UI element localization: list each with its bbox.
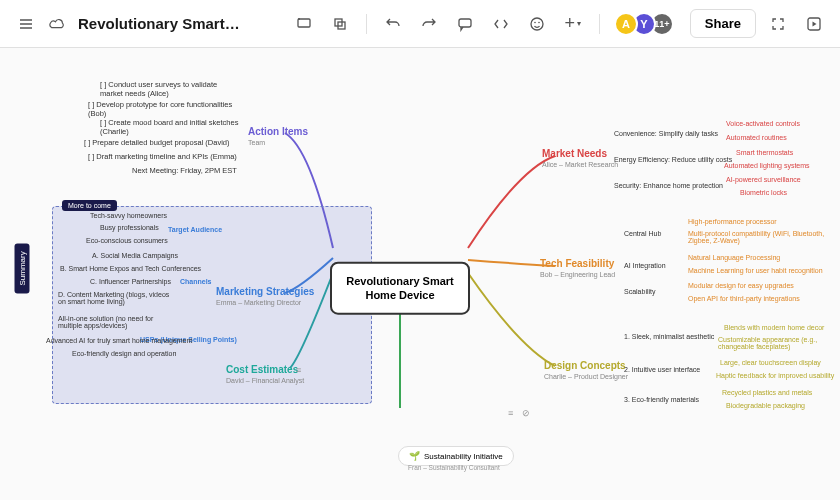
- link-icon[interactable]: ⊘: [522, 408, 530, 418]
- design-key[interactable]: 3. Eco-friendly materials: [624, 396, 699, 403]
- list-item[interactable]: Biodegradable packaging: [726, 402, 805, 409]
- sustainability-label: Sustainability Initiative: [424, 452, 503, 461]
- toolbar-divider: [599, 14, 600, 34]
- comment-icon[interactable]: [451, 10, 479, 38]
- undo-icon[interactable]: [379, 10, 407, 38]
- list-item[interactable]: Machine Learning for user habit recognit…: [688, 267, 823, 274]
- branch-cost[interactable]: Cost Estimates: [226, 364, 298, 375]
- list-item[interactable]: All-in-one solution (no need for multipl…: [58, 315, 162, 329]
- app-toolbar: Revolutionary Smart… + A Y 11+ Share: [0, 0, 840, 48]
- fullscreen-icon[interactable]: [764, 10, 792, 38]
- emoji-icon[interactable]: [523, 10, 551, 38]
- branch-tech[interactable]: Tech Feasibility: [540, 258, 614, 269]
- menu-icon[interactable]: [12, 10, 40, 38]
- marketing-target-label[interactable]: Target Audience: [168, 226, 222, 233]
- list-item[interactable]: Blends with modern home decor: [724, 324, 824, 331]
- code-icon[interactable]: [487, 10, 515, 38]
- list-item[interactable]: D. Content Marketing (blogs, videos on s…: [58, 291, 176, 305]
- list-item[interactable]: Large, clear touchscreen display: [720, 359, 821, 366]
- svg-rect-0: [298, 19, 310, 27]
- avatar-stack[interactable]: A Y 11+: [620, 12, 674, 36]
- avatar-a: A: [614, 12, 638, 36]
- branch-cost-owner: David – Financial Analyst: [226, 377, 304, 384]
- branch-tech-owner: Bob – Engineering Lead: [540, 271, 615, 278]
- list-item[interactable]: Tech-savvy homeowners: [90, 212, 167, 219]
- design-key[interactable]: 1. Sleek, minimalist aesthetic: [624, 333, 714, 340]
- list-item[interactable]: Eco-friendly design and operation: [72, 350, 176, 357]
- market-need-key[interactable]: Convenience: Simplify daily tasks: [614, 130, 718, 137]
- branch-design[interactable]: Design Concepts: [544, 360, 626, 371]
- market-need-key[interactable]: Energy Efficiency: Reduce utility costs: [614, 156, 732, 163]
- summary-tag[interactable]: Summary: [15, 243, 30, 293]
- branch-design-owner: Charlie – Product Designer: [544, 373, 628, 380]
- action-item[interactable]: [ ] Draft marketing timeline and KPIs (E…: [88, 152, 237, 161]
- list-item[interactable]: Smart thermostats: [736, 149, 793, 156]
- cloud-sync-icon: [48, 17, 66, 31]
- more-to-come-tag[interactable]: More to come: [62, 200, 117, 211]
- branch-action-items-owner: Team: [248, 139, 265, 146]
- tech-key[interactable]: Scalability: [624, 288, 656, 295]
- add-menu[interactable]: +: [559, 10, 587, 38]
- redo-icon[interactable]: [415, 10, 443, 38]
- list-item[interactable]: B. Smart Home Expos and Tech Conferences: [60, 265, 201, 272]
- list-item[interactable]: Eco-conscious consumers: [86, 237, 168, 244]
- action-item[interactable]: Next Meeting: Friday, 2PM EST: [132, 166, 237, 175]
- branch-marketing[interactable]: Marketing Strategies: [216, 286, 314, 297]
- list-item[interactable]: Biometric locks: [740, 189, 787, 196]
- list-item[interactable]: Modular design for easy upgrades: [688, 282, 794, 289]
- list-item[interactable]: C. Influencer Partnerships: [90, 278, 171, 285]
- list-item[interactable]: Automated routines: [726, 134, 787, 141]
- mindmap-canvas[interactable]: Summary More to come Revolutionary Smart…: [0, 48, 840, 500]
- list-item[interactable]: Advanced AI for truly smart home managem…: [46, 337, 192, 344]
- branch-marketing-owner: Emma – Marketing Director: [216, 299, 301, 306]
- list-item[interactable]: Voice-activated controls: [726, 120, 800, 127]
- list-item[interactable]: Multi-protocol compatibility (WiFi, Blue…: [688, 230, 828, 244]
- market-need-key[interactable]: Security: Enhance home protection: [614, 182, 723, 189]
- branch-sustainability[interactable]: Sustainability Initiative: [398, 446, 514, 466]
- note-icon[interactable]: ≡: [508, 408, 513, 418]
- tech-key[interactable]: Central Hub: [624, 230, 661, 237]
- document-title[interactable]: Revolutionary Smart…: [78, 15, 240, 32]
- share-button[interactable]: Share: [690, 9, 756, 38]
- design-key[interactable]: 2. Intuitive user interface: [624, 366, 700, 373]
- list-item[interactable]: Open API for third-party integrations: [688, 295, 800, 302]
- action-item[interactable]: [ ] Create mood board and initial sketch…: [100, 118, 240, 136]
- svg-point-6: [534, 21, 536, 23]
- list-item[interactable]: AI-powered surveillance: [726, 176, 801, 183]
- list-item[interactable]: High-performance processor: [688, 218, 777, 225]
- svg-point-7: [538, 21, 540, 23]
- list-item[interactable]: Haptic feedback for improved usability: [716, 372, 834, 379]
- branch-market-needs-owner: Alice – Market Research: [542, 161, 618, 168]
- svg-rect-4: [459, 19, 471, 27]
- central-topic[interactable]: Revolutionary Smart Home Device: [330, 262, 470, 315]
- list-item[interactable]: Busy professionals: [100, 224, 159, 231]
- list-item[interactable]: Natural Language Processing: [688, 254, 780, 261]
- action-item[interactable]: [ ] Prepare detailed budget proposal (Da…: [84, 138, 230, 147]
- summary-selection-panel[interactable]: [52, 206, 372, 404]
- toolbar-divider: [366, 14, 367, 34]
- svg-point-5: [531, 18, 543, 30]
- svg-point-1: [298, 18, 300, 20]
- present-icon[interactable]: [290, 10, 318, 38]
- play-icon[interactable]: [800, 10, 828, 38]
- list-item[interactable]: Recycled plastics and metals: [722, 389, 812, 396]
- copy-icon[interactable]: [326, 10, 354, 38]
- branch-market-needs[interactable]: Market Needs: [542, 148, 607, 159]
- list-item[interactable]: Automated lighting systems: [724, 162, 810, 169]
- branch-sustainability-owner: Fran – Sustainability Consultant: [408, 464, 500, 471]
- marketing-channels-label[interactable]: Channels: [180, 278, 212, 285]
- list-item[interactable]: Customizable appearance (e.g., changeabl…: [718, 336, 828, 350]
- note-icon[interactable]: ≡: [296, 365, 301, 375]
- list-item[interactable]: A. Social Media Campaigns: [92, 252, 178, 259]
- tech-key[interactable]: AI Integration: [624, 262, 666, 269]
- action-item[interactable]: [ ] Conduct user surveys to validate mar…: [100, 80, 240, 98]
- branch-action-items[interactable]: Action Items: [248, 126, 308, 137]
- action-item[interactable]: [ ] Develop prototype for core functiona…: [88, 100, 240, 118]
